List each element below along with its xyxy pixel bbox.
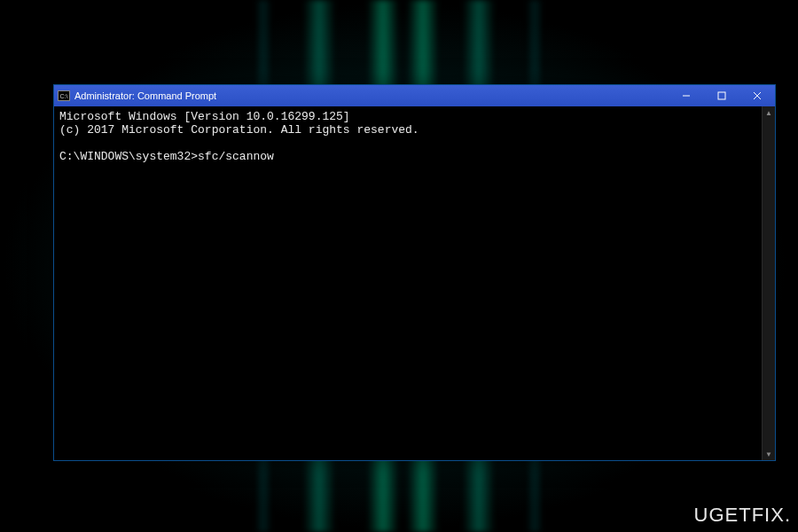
- close-button[interactable]: [739, 85, 775, 106]
- minimize-button[interactable]: [669, 85, 704, 106]
- scroll-down-arrow-icon[interactable]: ▼: [763, 448, 775, 460]
- watermark-logo: UGETFIX.: [694, 504, 791, 527]
- cmd-icon: C:\: [58, 90, 70, 101]
- prompt-text: C:\WINDOWS\system32>: [59, 150, 198, 163]
- output-line: (c) 2017 Microsoft Corporation. All righ…: [59, 123, 419, 137]
- terminal-output[interactable]: Microsoft Windows [Version 10.0.16299.12…: [54, 106, 762, 460]
- maximize-icon: [717, 91, 726, 100]
- close-icon: [753, 91, 762, 100]
- window-title: Administrator: Command Prompt: [74, 90, 669, 101]
- output-line: Microsoft Windows [Version 10.0.16299.12…: [59, 110, 350, 123]
- window-titlebar[interactable]: C:\ Administrator: Command Prompt: [54, 85, 775, 106]
- window-controls: [669, 85, 775, 106]
- terminal-body: Microsoft Windows [Version 10.0.16299.12…: [54, 106, 775, 460]
- maximize-button[interactable]: [704, 85, 739, 106]
- scroll-up-arrow-icon[interactable]: ▲: [763, 106, 775, 119]
- minimize-icon: [682, 91, 691, 100]
- scroll-track[interactable]: [763, 119, 775, 448]
- command-input[interactable]: sfc/scannow: [198, 150, 274, 163]
- command-prompt-window: C:\ Administrator: Command Prompt Micros…: [53, 84, 776, 461]
- svg-rect-1: [718, 92, 725, 99]
- vertical-scrollbar[interactable]: ▲ ▼: [762, 106, 775, 460]
